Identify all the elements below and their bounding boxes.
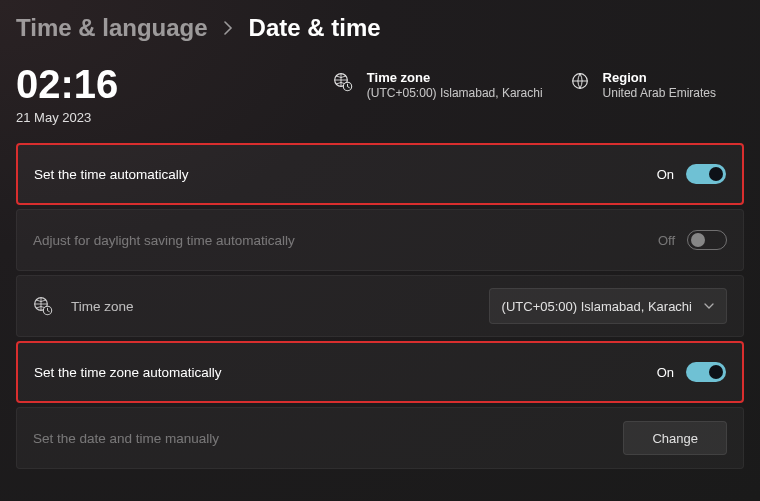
change-button[interactable]: Change: [623, 421, 727, 455]
row-timezone: Time zone (UTC+05:00) Islamabad, Karachi: [16, 275, 744, 337]
toggle-set-timezone-automatically[interactable]: [686, 362, 726, 382]
breadcrumb: Time & language Date & time: [16, 14, 744, 42]
toggle-state-text: On: [657, 365, 674, 380]
header-timezone-value: (UTC+05:00) Islamabad, Karachi: [367, 86, 543, 100]
toggle-set-time-automatically[interactable]: [686, 164, 726, 184]
row-set-manually: Set the date and time manually Change: [16, 407, 744, 469]
row-label: Set the time zone automatically: [34, 365, 657, 380]
header-timezone: Time zone (UTC+05:00) Islamabad, Karachi: [333, 70, 543, 100]
timezone-select[interactable]: (UTC+05:00) Islamabad, Karachi: [489, 288, 727, 324]
row-label: Adjust for daylight saving time automati…: [33, 233, 658, 248]
row-adjust-dst: Adjust for daylight saving time automati…: [16, 209, 744, 271]
chevron-down-icon: [704, 303, 714, 309]
breadcrumb-current: Date & time: [249, 14, 381, 42]
row-set-time-automatically: Set the time automatically On: [16, 143, 744, 205]
globe-clock-icon: [33, 296, 53, 316]
toggle-adjust-dst: [687, 230, 727, 250]
row-label: Set the time automatically: [34, 167, 657, 182]
clock-time: 02:16: [16, 64, 333, 104]
toggle-state-text: On: [657, 167, 674, 182]
toggle-state-text: Off: [658, 233, 675, 248]
chevron-right-icon: [224, 21, 233, 35]
header-region-title: Region: [603, 70, 716, 85]
clock-date: 21 May 2023: [16, 110, 333, 125]
row-label: Set the date and time manually: [33, 431, 623, 446]
breadcrumb-parent[interactable]: Time & language: [16, 14, 208, 42]
header-region-value: United Arab Emirates: [603, 86, 716, 100]
row-set-timezone-automatically: Set the time zone automatically On: [16, 341, 744, 403]
row-label: Time zone: [71, 299, 489, 314]
header-info: 02:16 21 May 2023 Time zone (UTC+05:00) …: [16, 64, 744, 125]
globe-icon: [571, 72, 589, 90]
header-region: Region United Arab Emirates: [571, 70, 716, 100]
globe-clock-icon: [333, 72, 353, 92]
header-timezone-title: Time zone: [367, 70, 543, 85]
timezone-select-value: (UTC+05:00) Islamabad, Karachi: [502, 299, 692, 314]
